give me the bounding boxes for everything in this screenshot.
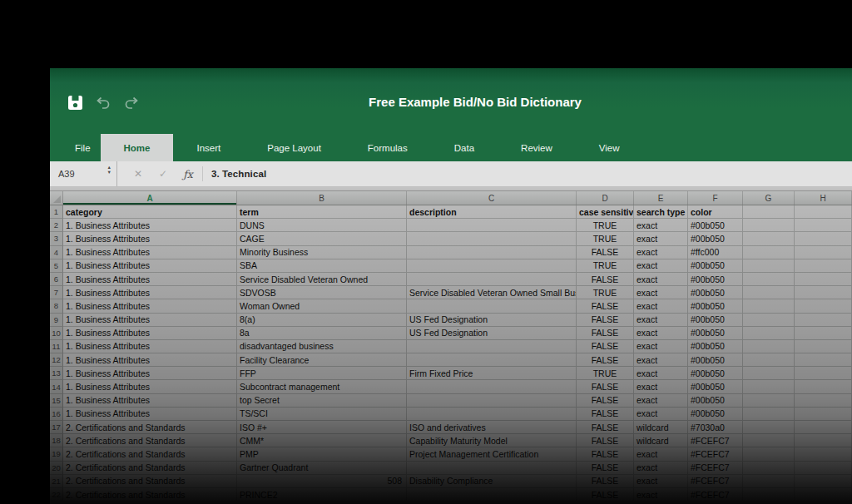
row-header-15[interactable]: 15: [50, 394, 63, 408]
column-header-H[interactable]: H: [795, 191, 852, 205]
cell-B4[interactable]: Minority Business: [237, 246, 407, 259]
cell-A3[interactable]: 1. Business Attributes: [63, 232, 237, 245]
cell-E7[interactable]: exact: [634, 286, 688, 299]
row-header-7[interactable]: 7: [50, 286, 63, 299]
cell-G11[interactable]: [743, 340, 795, 353]
cell-A21[interactable]: 2. Certifications and Standards: [63, 475, 237, 488]
column-header-B[interactable]: B: [237, 191, 407, 205]
cell-B15[interactable]: top Secret: [237, 394, 407, 408]
spinner-down-icon[interactable]: ▼: [107, 170, 111, 175]
cell-F1[interactable]: color: [688, 205, 743, 219]
cell-D19[interactable]: FALSE: [577, 447, 634, 461]
cell-B14[interactable]: Subcontract management: [237, 380, 407, 393]
cell-G13[interactable]: [743, 367, 795, 380]
cell-G12[interactable]: [743, 353, 795, 367]
cell-H18[interactable]: [795, 434, 852, 447]
cell-B5[interactable]: SBA: [237, 259, 407, 273]
name-box-spinner[interactable]: ▲ ▼: [107, 165, 111, 175]
select-all-corner[interactable]: [50, 191, 63, 205]
cell-F12[interactable]: #00b050: [688, 353, 743, 367]
cell-C10[interactable]: US Fed Designation: [407, 327, 577, 340]
row-header-3[interactable]: 3: [50, 232, 63, 245]
cell-G4[interactable]: [743, 246, 795, 259]
cancel-icon[interactable]: ✕: [126, 161, 151, 186]
cell-H2[interactable]: [795, 219, 852, 232]
cell-H15[interactable]: [795, 394, 852, 408]
cell-C22[interactable]: [407, 488, 577, 502]
cell-H4[interactable]: [795, 246, 852, 259]
column-header-A[interactable]: A: [63, 191, 237, 205]
cell-C16[interactable]: [407, 408, 577, 421]
row-header-13[interactable]: 13: [50, 367, 63, 380]
cell-D20[interactable]: FALSE: [577, 462, 634, 475]
cell-H21[interactable]: [795, 475, 852, 488]
cell-D15[interactable]: FALSE: [577, 394, 634, 408]
cell-D21[interactable]: FALSE: [577, 475, 634, 488]
column-header-G[interactable]: G: [743, 191, 795, 205]
row-header-22[interactable]: 22: [50, 488, 63, 502]
cell-F9[interactable]: #00b050: [688, 314, 743, 327]
cell-F14[interactable]: #00b050: [688, 380, 743, 393]
column-header-C[interactable]: C: [407, 191, 577, 205]
cell-B20[interactable]: Gartner Quadrant: [237, 462, 407, 475]
cell-B13[interactable]: FFP: [237, 367, 407, 380]
cell-C2[interactable]: [407, 219, 577, 232]
cell-H1[interactable]: [795, 205, 852, 219]
cell-G7[interactable]: [743, 286, 795, 299]
cell-A15[interactable]: 1. Business Attributes: [63, 394, 237, 408]
tab-review[interactable]: Review: [498, 134, 576, 161]
row-header-17[interactable]: 17: [50, 421, 63, 434]
tab-formulas[interactable]: Formulas: [344, 134, 431, 161]
row-header-20[interactable]: 20: [50, 462, 63, 475]
column-header-F[interactable]: F: [688, 191, 743, 205]
cell-D6[interactable]: FALSE: [577, 273, 634, 286]
cell-B22[interactable]: PRINCE2: [237, 488, 407, 502]
cell-H13[interactable]: [795, 367, 852, 380]
cell-G3[interactable]: [743, 232, 795, 245]
cell-E6[interactable]: exact: [634, 273, 688, 286]
tab-data[interactable]: Data: [431, 134, 498, 161]
cell-G8[interactable]: [743, 299, 795, 313]
cell-E9[interactable]: exact: [634, 314, 688, 327]
cell-E21[interactable]: exact: [634, 475, 688, 488]
cell-H10[interactable]: [795, 327, 852, 340]
cell-B8[interactable]: Woman Owned: [237, 299, 407, 313]
cell-C18[interactable]: Capability Maturity Model: [407, 434, 577, 447]
column-header-D[interactable]: D: [577, 191, 634, 205]
cell-G20[interactable]: [743, 462, 795, 475]
cell-C4[interactable]: [407, 246, 577, 259]
cell-A16[interactable]: 1. Business Attributes: [63, 408, 237, 421]
cell-C8[interactable]: [407, 299, 577, 313]
cell-D10[interactable]: FALSE: [577, 327, 634, 340]
cell-G19[interactable]: [743, 447, 795, 461]
cell-F2[interactable]: #00b050: [688, 219, 743, 232]
cell-D12[interactable]: FALSE: [577, 353, 634, 367]
tab-file[interactable]: File: [65, 134, 101, 161]
row-header-16[interactable]: 16: [50, 408, 63, 421]
cell-F7[interactable]: #00b050: [688, 286, 743, 299]
cell-B21[interactable]: 508: [237, 475, 407, 488]
cell-C17[interactable]: ISO and derivatives: [407, 421, 577, 434]
cell-H16[interactable]: [795, 408, 852, 421]
cell-B6[interactable]: Service Disabled Veteran Owned: [237, 273, 407, 286]
cell-E22[interactable]: exact: [634, 488, 688, 502]
cell-D22[interactable]: FALSE: [577, 488, 634, 502]
cell-F19[interactable]: #FCEFC7: [688, 447, 743, 461]
cell-G6[interactable]: [743, 273, 795, 286]
cell-H17[interactable]: [795, 421, 852, 434]
cell-D3[interactable]: TRUE: [577, 232, 634, 245]
cell-E1[interactable]: search type: [634, 205, 688, 219]
cell-G16[interactable]: [743, 408, 795, 421]
cell-A8[interactable]: 1. Business Attributes: [63, 299, 237, 313]
cell-D13[interactable]: TRUE: [577, 367, 634, 380]
cell-C21[interactable]: Disability Compliance: [407, 475, 577, 488]
cell-B1[interactable]: term: [237, 205, 407, 219]
cell-E14[interactable]: exact: [634, 380, 688, 393]
cell-H7[interactable]: [795, 286, 852, 299]
cell-E19[interactable]: exact: [634, 447, 688, 461]
cell-B11[interactable]: disadvantaged business: [237, 340, 407, 353]
cell-H22[interactable]: [795, 488, 852, 502]
cell-F8[interactable]: #00b050: [688, 299, 743, 313]
cell-C5[interactable]: [407, 259, 577, 273]
cell-C1[interactable]: description: [407, 205, 577, 219]
